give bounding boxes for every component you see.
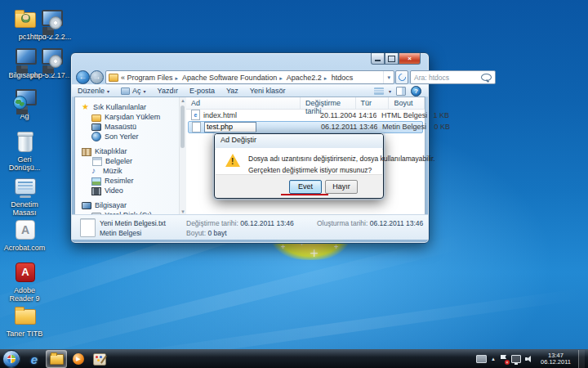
action-center-flag-icon[interactable] — [500, 355, 507, 363]
back-button[interactable]: ← — [76, 70, 90, 84]
network-icon — [12, 86, 37, 110]
close-button[interactable]: × — [399, 53, 421, 65]
details-filename: Yeni Metin Belgesi.txt — [100, 219, 166, 227]
nav-item-resimler[interactable]: Resimler — [75, 176, 186, 186]
column-header-ad[interactable]: Ad — [186, 97, 301, 109]
file-row-index.html[interactable]: eindex.html20.11.2004 14:16HTML Belgesi1… — [188, 110, 423, 120]
mon-icon — [82, 202, 91, 209]
nav-item-label: Karşıdan Yüklem — [105, 113, 160, 121]
column-headers: AdDeğiştirme tarihiTürBoyut — [186, 97, 425, 110]
toolbar-a-[interactable]: Aç▾ — [115, 85, 152, 96]
volume-speaker-icon[interactable] — [525, 355, 533, 363]
no-button[interactable]: Hayır — [325, 180, 358, 194]
nav-item-kitaplıklar[interactable]: Kitaplıklar — [75, 146, 186, 156]
desktop-icon-denetim-masas-[interactable]: Denetim Masası — [1, 174, 48, 217]
chevron-down-icon[interactable]: ▾ — [389, 88, 391, 94]
nav-item-karşıdan-yüklem[interactable]: Karşıdan Yüklem — [75, 112, 186, 122]
text-file-icon — [192, 122, 201, 132]
preview-pane-icon[interactable] — [396, 87, 406, 96]
desktop-icon-label: Acrobat.com — [1, 244, 48, 252]
desktop-icon-httpd-2-2-2-[interactable]: httpd-2.2.2... — [27, 7, 74, 41]
desktop-icon-taner-titb[interactable]: Taner TITB — [1, 303, 48, 338]
column-header-boyut[interactable]: Boyut — [389, 97, 425, 109]
toolbar-d-zenle[interactable]: Düzenle▾ — [72, 85, 115, 96]
nav-item-sık-kullanılanlar[interactable]: ★Sık Kullanılanlar — [75, 102, 186, 112]
toolbar-yaz[interactable]: Yaz — [220, 85, 244, 96]
navigation-pane: ★Sık KullanılanlarKarşıdan YüklemMasaüst… — [75, 97, 186, 215]
yes-button[interactable]: Evet — [289, 180, 322, 194]
maximize-button[interactable] — [385, 53, 399, 65]
forward-button[interactable]: → — [90, 70, 104, 84]
refresh-button[interactable] — [395, 70, 408, 84]
help-icon[interactable]: ? — [411, 86, 421, 96]
minimize-button[interactable] — [371, 53, 385, 65]
toolbar-e-posta[interactable]: E-posta — [184, 85, 220, 96]
details-size: Boyut: 0 bayt — [186, 229, 227, 237]
command-toolbar: Düzenle▾Aç▾YazdırE-postaYazYeni klasör ▾… — [72, 84, 428, 97]
nav-item-label: Müzik — [103, 167, 122, 175]
chevron-down-icon[interactable]: ▾ — [383, 71, 394, 83]
desktop-icon-label: Ağ — [1, 112, 48, 120]
desktop-icon-acrobat-com[interactable]: AAcrobat.com — [1, 218, 48, 252]
dialog-message-line1: Dosya adı uzantısını değiştirirseniz, do… — [248, 155, 435, 163]
toolbar-yazd-r[interactable]: Yazdır — [152, 85, 184, 96]
nav-item-masaüstü[interactable]: Masaüstü — [75, 122, 186, 132]
rename-input[interactable]: test.php — [204, 122, 256, 132]
desktop-icon-label: Denetim Masası — [1, 200, 48, 217]
desktop-icon-adobe-reader-9[interactable]: AAdobe Reader 9 — [1, 260, 48, 303]
hidden-icons-arrow-icon[interactable]: ▲ — [491, 357, 496, 361]
show-desktop-button[interactable] — [578, 350, 585, 368]
system-tray: ▲ 13:47 06.12.2011 — [476, 350, 588, 368]
file-row-test.php[interactable]: test.php06.12.2011 13:46Metin Belgesi0 K… — [188, 121, 423, 133]
explorer-folder-icon — [50, 354, 64, 365]
column-header-tür[interactable]: Tür — [356, 97, 390, 109]
taskbar-paint[interactable] — [90, 351, 109, 367]
taskbar-internet-explorer[interactable]: e — [24, 351, 44, 367]
nav-item-video[interactable]: Video — [75, 186, 186, 195]
toolbar-yeni-klas-r[interactable]: Yeni klasör — [244, 85, 292, 96]
taskbar-windows-explorer[interactable] — [46, 350, 67, 368]
desktop-icon-a-[interactable]: Ağ — [1, 86, 48, 120]
language-keyboard-icon[interactable] — [476, 355, 487, 363]
desktop-icon-php-5-2-17-[interactable]: php-5.2.17... — [27, 45, 74, 79]
address-bar[interactable]: « Program Files▸ Apache Software Foundat… — [105, 70, 394, 84]
taskbar-media-player[interactable]: ▶ — [69, 351, 88, 367]
dialog-buttons: Evet Hayır — [216, 174, 382, 197]
breadcrumb-prefix: « — [121, 74, 125, 82]
sparkle — [281, 245, 285, 249]
breadcrumb-segment[interactable]: Apache2.2 — [287, 74, 322, 82]
column-header-değiştirme-tarihi[interactable]: Değiştirme tarihi — [301, 97, 356, 109]
search-input[interactable]: Ara: htdocs — [410, 70, 496, 84]
dialog-body: Dosya adı uzantısını değiştirirseniz, do… — [216, 148, 382, 175]
file-size: 1 KB — [413, 111, 449, 119]
breadcrumb-segment[interactable]: htdocs — [332, 74, 354, 82]
sparkle — [334, 245, 338, 249]
taskbar-clock[interactable]: 13:47 06.12.2011 — [537, 352, 574, 366]
nav-item-müzik[interactable]: ♪Müzik — [75, 166, 186, 176]
html-file-icon: e — [191, 110, 200, 120]
change-view-icon[interactable] — [374, 88, 384, 95]
nav-item-label: Resimler — [105, 177, 134, 185]
desktop-icon-label: Geri Dönüşü... — [1, 155, 48, 172]
scrollbar-thumb[interactable] — [180, 105, 185, 148]
nav-item-belgeler[interactable]: Belgeler — [75, 156, 186, 166]
desktop-icon-geri-d-n-[interactable]: Geri Dönüşü... — [1, 129, 48, 172]
doc-icon — [92, 157, 102, 166]
clock-date: 06.12.2011 — [541, 359, 571, 366]
adobe-reader-icon: A — [12, 260, 37, 285]
paint-icon — [93, 353, 106, 366]
folder-icon — [109, 74, 118, 82]
nav-item-label: Sık Kullanılanlar — [93, 103, 146, 111]
media-player-icon: ▶ — [73, 353, 84, 365]
nav-item-bilgisayar[interactable]: Bilgisayar — [75, 200, 186, 210]
breadcrumb-segment[interactable]: Apache Software Foundation — [182, 74, 277, 82]
internet-explorer-icon: e — [31, 352, 38, 366]
start-button[interactable] — [2, 350, 20, 368]
breadcrumb-segment[interactable]: Program Files — [127, 74, 173, 82]
nav-scrollbar[interactable]: ▲ ▼ — [179, 97, 186, 215]
nav-item-son-yerler[interactable]: Son Yerler — [75, 132, 186, 141]
folder-icon — [12, 303, 37, 328]
note-icon: ♪ — [91, 167, 100, 175]
network-icon[interactable] — [511, 355, 521, 363]
scroll-up-icon[interactable]: ▲ — [180, 97, 186, 104]
